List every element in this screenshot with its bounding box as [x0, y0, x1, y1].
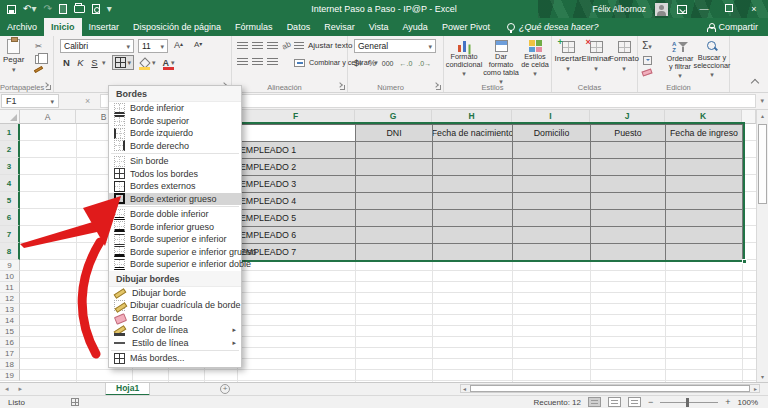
name-box[interactable]: F1 ▾: [1, 94, 59, 108]
collapse-ribbon-icon[interactable]: [751, 79, 759, 87]
tab-formulas[interactable]: Fórmulas: [228, 18, 280, 36]
borders-menu-item[interactable]: Borde superior e inferior doble: [109, 258, 241, 271]
table-cell[interactable]: [433, 176, 513, 193]
table-cell[interactable]: [356, 142, 433, 159]
table-cell[interactable]: [591, 193, 666, 210]
open-file-icon[interactable]: [74, 5, 85, 13]
tab-datos[interactable]: Datos: [280, 18, 318, 36]
table-cell[interactable]: [591, 244, 666, 261]
print-preview-icon[interactable]: [92, 4, 100, 14]
table-cell[interactable]: [591, 210, 666, 227]
user-name[interactable]: Félix Albornoz: [593, 4, 646, 14]
table-cell[interactable]: [356, 227, 433, 244]
scroll-up-icon[interactable]: ▴: [757, 112, 768, 119]
align-center-icon[interactable]: [252, 58, 263, 66]
borders-menu-item[interactable]: Borde superior e inferior: [109, 233, 241, 246]
header-cell-nacimiento[interactable]: Fecha de nacimiento: [433, 125, 513, 142]
borders-button[interactable]: ▾: [112, 55, 135, 70]
dialog-launcher-icon[interactable]: [46, 85, 51, 90]
row-header[interactable]: 5: [0, 192, 20, 209]
row-header[interactable]: 4: [0, 175, 20, 192]
tab-power-pivot[interactable]: Power Pivot: [435, 18, 497, 36]
table-cell[interactable]: [433, 244, 513, 261]
row-header[interactable]: 7: [0, 226, 20, 243]
sheet-tab-hoja1[interactable]: Hoja1: [105, 383, 150, 396]
table-cell[interactable]: [356, 244, 433, 261]
table-cell[interactable]: [513, 227, 591, 244]
delete-cells-button[interactable]: × Eliminar ▾: [582, 41, 610, 72]
currency-button[interactable]: $▾: [354, 58, 362, 68]
borders-menu-item[interactable]: Borde exterior grueso: [109, 193, 241, 206]
scroll-down-icon[interactable]: ▾: [757, 373, 768, 380]
column-header-f[interactable]: F: [237, 110, 355, 124]
tab-revisar[interactable]: Revisar: [317, 18, 362, 36]
table-cell[interactable]: [433, 159, 513, 176]
expand-formula-bar-icon[interactable]: ▾: [760, 97, 764, 105]
format-as-table-button[interactable]: Dar formato como tabla ▾: [482, 40, 520, 85]
dialog-launcher-icon[interactable]: [436, 85, 441, 90]
table-cell[interactable]: [591, 142, 666, 159]
row-header[interactable]: 18: [0, 359, 20, 370]
table-cell[interactable]: [591, 159, 666, 176]
normal-view-icon[interactable]: [588, 397, 601, 407]
conditional-formatting-button[interactable]: Formato condicional ▾: [446, 40, 482, 77]
table-cell[interactable]: [591, 227, 666, 244]
borders-menu-item[interactable]: Borde doble inferior: [109, 208, 241, 221]
grow-font-button[interactable]: A▴: [174, 40, 183, 50]
sheet-nav-right-icon[interactable]: ▸: [14, 385, 28, 393]
zoom-in-button[interactable]: +: [725, 397, 730, 407]
row-header[interactable]: 10: [0, 271, 20, 282]
table-cell[interactable]: [356, 210, 433, 227]
clear-icon[interactable]: [641, 68, 652, 76]
row-header[interactable]: 15: [0, 326, 20, 337]
row-header[interactable]: 17: [0, 348, 20, 359]
zoom-slider-thumb[interactable]: [686, 398, 689, 407]
copy-icon[interactable]: [35, 55, 43, 64]
table-cell[interactable]: [356, 193, 433, 210]
borders-menu-item[interactable]: Sin borde: [109, 155, 241, 168]
underline-dropdown[interactable]: ▾: [102, 59, 106, 66]
share-button[interactable]: Compartir: [707, 18, 768, 36]
align-right-icon[interactable]: [267, 58, 278, 66]
table-cell[interactable]: [666, 227, 743, 244]
employee-cell[interactable]: EMPLEADO 1: [238, 142, 356, 159]
dialog-launcher-icon[interactable]: [340, 85, 345, 90]
table-cell[interactable]: [433, 142, 513, 159]
cut-icon[interactable]: ✂: [35, 42, 42, 51]
row-header[interactable]: 6: [0, 209, 20, 226]
table-cell[interactable]: [513, 193, 591, 210]
table-cell[interactable]: [666, 142, 743, 159]
column-header-h[interactable]: H: [432, 110, 512, 124]
employee-cell[interactable]: EMPLEADO 6: [238, 227, 356, 244]
tab-insertar[interactable]: Insertar: [82, 18, 127, 36]
font-size-combo[interactable]: 11▾: [138, 39, 168, 53]
format-painter-icon[interactable]: [34, 65, 43, 72]
tab-vista[interactable]: Vista: [362, 18, 396, 36]
borders-menu-item[interactable]: Dibujar borde: [109, 287, 241, 300]
table-cell[interactable]: [433, 193, 513, 210]
font-color-button[interactable]: A ▾: [163, 58, 175, 68]
table-cell[interactable]: [666, 176, 743, 193]
borders-menu-item[interactable]: Estilo de línea ▸: [109, 337, 241, 350]
tab-archivo[interactable]: Archivo: [0, 18, 44, 36]
row-header[interactable]: 8: [0, 243, 20, 260]
column-header-j[interactable]: J: [590, 110, 665, 124]
macro-record-icon[interactable]: [71, 398, 79, 406]
italic-button[interactable]: K: [74, 56, 87, 70]
horizontal-scrollbar[interactable]: ◂ ▸: [460, 384, 760, 393]
borders-menu-item[interactable]: Borde inferior: [109, 102, 241, 115]
autosum-button[interactable]: Σ▾: [642, 41, 652, 51]
employee-cell[interactable]: EMPLEADO 2: [238, 159, 356, 176]
tab-disposicion[interactable]: Disposición de página: [126, 18, 228, 36]
minimize-button[interactable]: —: [696, 4, 712, 14]
scroll-left-icon[interactable]: ◂: [461, 385, 468, 392]
borders-menu-item[interactable]: Borde inferior grueso: [109, 221, 241, 234]
cell-styles-button[interactable]: Estilos de celda ▾: [520, 40, 550, 77]
number-format-combo[interactable]: General▾: [354, 39, 436, 53]
ribbon-display-options-icon[interactable]: [677, 5, 687, 14]
increase-decimal-icon[interactable]: ←.0: [400, 60, 413, 67]
align-middle-icon[interactable]: [252, 42, 263, 50]
wrap-text-button[interactable]: Ajustar texto: [294, 41, 352, 50]
zoom-out-button[interactable]: −: [648, 397, 653, 407]
close-button[interactable]: ×: [746, 4, 762, 14]
